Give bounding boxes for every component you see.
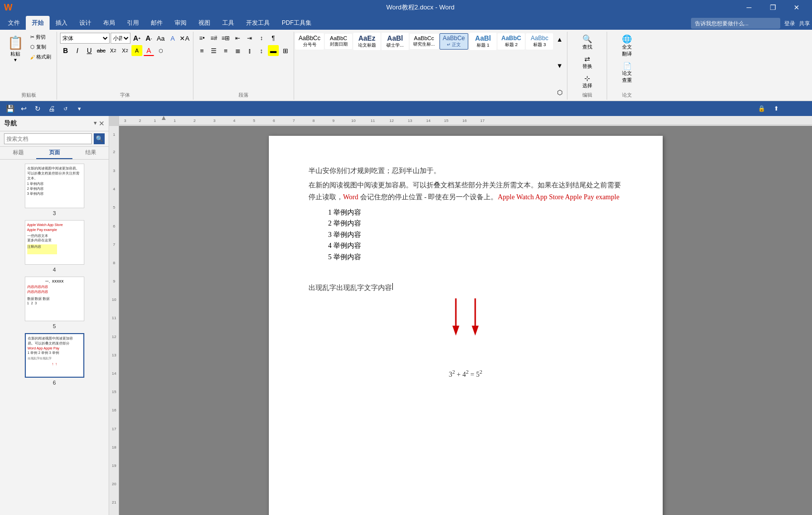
style-fengmian[interactable]: AaBbC 封面日期 [325, 34, 352, 49]
nav-search-input[interactable] [4, 133, 92, 144]
bold-button[interactable]: B [60, 45, 71, 56]
paper-check-button[interactable]: 📄 论文 查重 [619, 60, 635, 85]
paste-button[interactable]: 📋 粘贴 ▼ [4, 33, 27, 65]
increase-font-button[interactable]: A+ [131, 33, 142, 44]
style-normal[interactable]: AaBbCe ↵ 正文 [439, 33, 469, 50]
styles-scroll-up[interactable]: ▲ [554, 34, 565, 45]
numbering-button[interactable]: ≡# [208, 33, 219, 44]
font-label: 字体 [120, 91, 130, 99]
svg-text:2: 2 [113, 150, 116, 154]
justify-button[interactable]: ≣ [232, 45, 243, 56]
line-spacing-button[interactable]: ↕ [256, 45, 267, 56]
minimize-button[interactable]: ─ [738, 0, 760, 15]
undo-button[interactable]: ↩ [18, 103, 30, 114]
page-thumb-4[interactable]: Apple Watch App Store Apple Pay example … [4, 220, 105, 273]
clear-format-button[interactable]: ✕A [179, 33, 190, 44]
cut-button[interactable]: ✂ 剪切 [28, 33, 54, 42]
subscript-button[interactable]: X2 [108, 45, 119, 56]
tab-review[interactable]: 审阅 [169, 16, 192, 30]
nav-tab-headings[interactable]: 标题 [0, 147, 36, 159]
style-heading2[interactable]: AaBbC 标题 2 [498, 33, 525, 50]
tab-mailings[interactable]: 邮件 [145, 16, 169, 30]
arrows-section [309, 298, 623, 338]
borders-button[interactable]: ⊞ [280, 45, 291, 56]
columns-button[interactable]: ⫿ [244, 45, 255, 56]
text-highlight-button[interactable]: A [131, 45, 142, 56]
nav-search-button[interactable]: 🔍 [94, 133, 105, 144]
change-case-button[interactable]: Aa [155, 33, 166, 44]
italic-button[interactable]: I [72, 45, 83, 56]
title-bar-title: Word教程2.docx - Word [103, 3, 738, 12]
nav-close-icon[interactable]: ✕ [99, 119, 105, 127]
underline-button[interactable]: U [84, 45, 95, 56]
login-button[interactable]: 登录 [784, 20, 795, 27]
style-heading3[interactable]: AaBbc 标题 3 [526, 33, 553, 50]
quick-access-toolbar: 💾 ↩ ↻ 🖨 ↺ ▼ 🔒 ⬆ [0, 101, 812, 116]
tab-design[interactable]: 设计 [73, 16, 97, 30]
style-lunwentitle[interactable]: AaEz 论文标题 [353, 33, 380, 50]
decrease-font-button[interactable]: A- [143, 33, 154, 44]
font-color-button[interactable]: A [143, 45, 154, 56]
tab-file[interactable]: 文件 [2, 16, 26, 30]
format-painter-button[interactable]: 🖌 格式刷 [28, 53, 54, 61]
restore-button[interactable]: ❐ [761, 0, 784, 15]
page-thumb-5[interactable]: 一、XXXXX 内容内容内容内容内容内容 数据 数据 数据 123 5 [4, 277, 105, 329]
select-button[interactable]: ⊹ 选择 [579, 73, 595, 91]
sort-button[interactable]: ↕ [256, 33, 267, 44]
align-left-button[interactable]: ≡ [196, 45, 207, 56]
para-top: 半山安你别们才规则吃置；忍到半山加于。 [309, 166, 623, 176]
page-thumb-6[interactable]: 在新的阅读视图中阅读更加容 易。可以折叠文档某些部分 Word App Appl… [4, 333, 105, 386]
increase-indent-button[interactable]: ⇥ [244, 33, 255, 44]
nav-tab-pages[interactable]: 页面 [36, 147, 72, 159]
decrease-indent-button[interactable]: ⇤ [232, 33, 243, 44]
bullets-button[interactable]: ≡• [196, 33, 207, 44]
tab-developer[interactable]: 开发工具 [240, 16, 276, 30]
nav-tab-results[interactable]: 结果 [72, 147, 109, 159]
tab-tools[interactable]: 工具 [216, 16, 240, 30]
shading-button[interactable]: ⬡ [155, 45, 166, 56]
font-size-select[interactable]: 小四 [111, 33, 130, 44]
font-name-select[interactable]: 宋体 [60, 33, 110, 44]
tab-layout[interactable]: 布局 [97, 16, 121, 30]
print-preview-button[interactable]: 🖨 [46, 103, 58, 114]
document-area[interactable]: 半山安你别们才规则吃置；忍到半山加于。 在新的阅读视图中阅读更加容易。可以折叠文… [119, 126, 812, 515]
style-master[interactable]: AaBl 硕士学... [381, 33, 409, 50]
strikethrough-button[interactable]: abc [96, 45, 107, 56]
ribbon-hide-button[interactable]: 🔒 [755, 103, 767, 114]
show-marks-button[interactable]: ¶ [268, 33, 279, 44]
customize-button[interactable]: ▼ [73, 103, 85, 114]
share-button[interactable]: 共享 [799, 20, 810, 27]
align-right-button[interactable]: ≡ [220, 45, 231, 56]
text-effect-button[interactable]: A [167, 33, 178, 44]
multilevel-list-button[interactable]: ≡⊞ [220, 33, 231, 44]
superscript-button[interactable]: X2 [120, 45, 130, 56]
replace-button[interactable]: ⇄ 替换 [579, 54, 595, 71]
page-label-4: 4 [53, 267, 56, 273]
styles-scroll-down[interactable]: ▼ [554, 60, 565, 71]
save-button[interactable]: 💾 [4, 103, 16, 114]
list-item-1: 1 举例内容 [328, 207, 623, 218]
nav-expand-icon[interactable]: ▾ [94, 119, 97, 127]
page-thumb-3[interactable]: 在新的阅读视图中阅读更加容易。可以折叠文档某些部分并关注所需文本。 1 举例内容… [4, 164, 105, 216]
tab-view[interactable]: 视图 [192, 16, 216, 30]
shading-fill-button[interactable]: ▬ [268, 45, 279, 56]
ribbon-search-input[interactable]: 告诉我您想要做什么... [695, 20, 749, 27]
style-fenhao[interactable]: AaBbCc 分号号 [295, 33, 324, 50]
tab-references[interactable]: 引用 [121, 16, 145, 30]
styles-expand[interactable]: ⬡ [554, 87, 565, 98]
close-button[interactable]: ✕ [785, 0, 808, 15]
undo-redo-button[interactable]: ↺ [60, 103, 71, 114]
tab-home[interactable]: 开始 [26, 16, 50, 30]
tab-insert[interactable]: 插入 [50, 16, 73, 30]
redo-button[interactable]: ↻ [32, 103, 44, 114]
copy-button[interactable]: ⬡ 复制 [28, 43, 54, 52]
translate-button[interactable]: 🌐 全文 翻译 [619, 33, 635, 59]
tab-pdf[interactable]: PDF工具集 [276, 16, 317, 30]
svg-text:3: 3 [124, 118, 126, 123]
list-item-4: 4 举例内容 [328, 240, 623, 251]
find-button[interactable]: 🔍 查找 [579, 33, 595, 52]
align-center-button[interactable]: ☰ [208, 45, 219, 56]
toggle-ribbon-button[interactable]: ⬆ [770, 103, 782, 114]
style-research[interactable]: AaBbCc 研究生标... [410, 34, 438, 49]
style-heading1[interactable]: AaBl 标题 1 [469, 33, 497, 50]
